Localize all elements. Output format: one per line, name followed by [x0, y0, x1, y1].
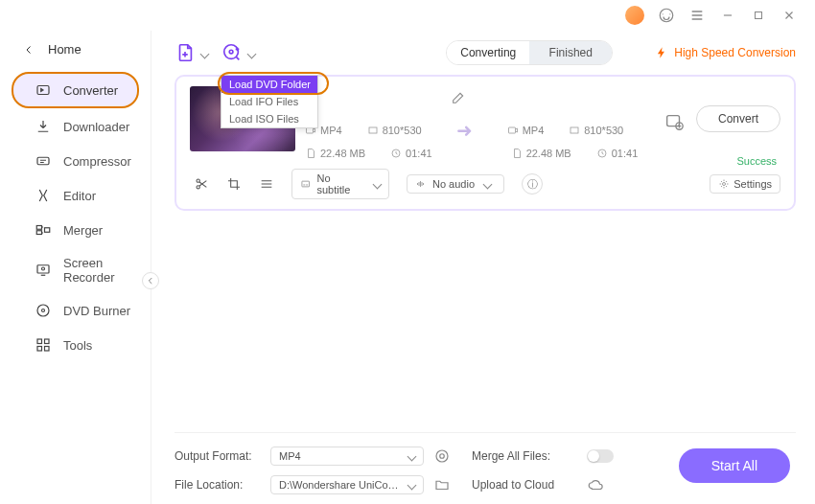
- tab-finished[interactable]: Finished: [529, 41, 612, 64]
- start-all-button[interactable]: Start All: [679, 448, 790, 483]
- file-location-select[interactable]: D:\Wondershare UniConverter 1: [270, 475, 424, 494]
- svg-rect-6: [45, 228, 50, 233]
- format-settings-icon[interactable]: [433, 447, 451, 465]
- disc-icon: [35, 302, 52, 319]
- converter-icon: [35, 81, 52, 99]
- clock-icon: [390, 148, 402, 159]
- sidebar-item-label: Editor: [63, 189, 96, 203]
- tab-converting[interactable]: Converting: [447, 41, 529, 64]
- maximize-icon[interactable]: [750, 7, 767, 24]
- svg-point-26: [197, 186, 199, 189]
- chevron-down-icon: [370, 178, 381, 190]
- merge-label: Merge All Files:: [472, 449, 577, 463]
- svg-rect-5: [36, 231, 41, 235]
- audio-icon: [415, 178, 427, 190]
- editor-icon: [35, 187, 52, 204]
- sidebar-item-converter[interactable]: Converter: [12, 72, 139, 108]
- sidebar-item-label: DVD Burner: [63, 304, 130, 318]
- chevron-down-icon: [480, 178, 491, 190]
- convert-button[interactable]: Convert: [696, 105, 780, 132]
- status-success: Success: [736, 155, 777, 167]
- dst-format: MP4: [523, 125, 545, 136]
- dropdown-load-iso[interactable]: Load ISO Files: [221, 110, 317, 127]
- svg-point-29: [436, 450, 448, 462]
- sidebar-item-merger[interactable]: Merger: [12, 214, 139, 246]
- add-file-button[interactable]: [175, 42, 208, 63]
- svg-point-28: [723, 183, 726, 186]
- svg-rect-3: [37, 157, 49, 165]
- dropdown-load-ifo[interactable]: Load IFO Files: [221, 93, 317, 110]
- output-format-label: Output Format:: [175, 449, 261, 463]
- edit-icon[interactable]: [451, 90, 466, 105]
- svg-point-15: [224, 45, 239, 59]
- info-button[interactable]: ⓘ: [522, 173, 543, 195]
- svg-rect-11: [37, 339, 42, 344]
- support-icon[interactable]: [658, 7, 675, 24]
- upload-label: Upload to Cloud: [472, 478, 577, 492]
- output-format-select[interactable]: MP4: [270, 447, 424, 466]
- add-disc-button[interactable]: [221, 42, 255, 63]
- svg-rect-4: [36, 226, 41, 230]
- sidebar-item-label: Compressor: [63, 154, 131, 169]
- chevron-down-icon: [405, 450, 415, 462]
- clock-icon: [596, 148, 608, 159]
- folder-icon[interactable]: [433, 476, 451, 493]
- chevron-left-icon: [23, 44, 35, 56]
- cloud-icon[interactable]: [587, 476, 604, 493]
- subtitle-icon: [300, 178, 311, 190]
- adjust-icon[interactable]: [259, 176, 274, 192]
- close-icon[interactable]: [780, 7, 798, 24]
- sidebar-item-compressor[interactable]: Compressor: [12, 145, 139, 177]
- svg-point-8: [42, 267, 45, 270]
- video-icon: [507, 125, 519, 136]
- sidebar-item-screen-recorder[interactable]: Screen Recorder: [12, 248, 139, 292]
- arrow-right-icon: ➜: [456, 119, 473, 142]
- lightning-icon: [655, 46, 668, 59]
- svg-point-30: [440, 454, 445, 459]
- gear-icon: [718, 178, 730, 190]
- compressor-icon: [35, 152, 52, 170]
- sidebar-item-tools[interactable]: Tools: [12, 329, 139, 361]
- minimize-icon[interactable]: [719, 7, 736, 24]
- scissors-icon[interactable]: [194, 176, 209, 192]
- merger-icon: [35, 221, 52, 239]
- home-link[interactable]: Home: [0, 36, 151, 62]
- svg-point-16: [229, 50, 233, 54]
- svg-rect-19: [508, 127, 515, 133]
- sidebar-item-label: Tools: [63, 338, 92, 353]
- home-label: Home: [48, 42, 82, 57]
- sidebar-item-editor[interactable]: Editor: [12, 179, 139, 212]
- svg-rect-1: [756, 12, 762, 19]
- crop-icon[interactable]: [226, 176, 242, 192]
- dimensions-icon: [569, 125, 580, 136]
- svg-rect-14: [45, 347, 50, 352]
- sidebar-item-label: Screen Recorder: [63, 256, 139, 285]
- merge-toggle[interactable]: [587, 449, 614, 463]
- avatar[interactable]: [625, 6, 644, 25]
- dst-dur: 01:41: [612, 148, 639, 159]
- dst-res: 810*530: [584, 125, 623, 136]
- src-res: 810*530: [383, 125, 422, 136]
- output-format-value: MP4: [279, 450, 301, 462]
- output-settings-button[interactable]: [662, 109, 687, 134]
- svg-rect-27: [302, 181, 310, 187]
- subtitle-select[interactable]: No subtitle: [291, 169, 389, 199]
- svg-rect-18: [369, 127, 377, 133]
- sidebar-item-dvd-burner[interactable]: DVD Burner: [12, 294, 139, 327]
- src-size: 22.48 MB: [320, 148, 365, 159]
- high-speed-toggle[interactable]: High Speed Conversion: [655, 46, 796, 59]
- subtitle-value: No subtitle: [316, 172, 364, 195]
- menu-icon[interactable]: [688, 7, 706, 24]
- card-settings-button[interactable]: Settings: [710, 174, 780, 194]
- sidebar-item-label: Converter: [63, 83, 118, 98]
- dropdown-load-dvd-folder[interactable]: Load DVD Folder: [221, 76, 317, 93]
- sidebar-item-label: Merger: [63, 223, 103, 238]
- audio-select[interactable]: No audio: [407, 174, 504, 194]
- svg-rect-12: [45, 339, 50, 344]
- svg-point-10: [42, 309, 45, 312]
- svg-rect-23: [667, 116, 680, 126]
- file-plus-icon: [175, 42, 196, 63]
- dst-size: 22.48 MB: [526, 148, 571, 159]
- sidebar-item-downloader[interactable]: Downloader: [12, 110, 139, 143]
- chevron-down-icon: [198, 44, 208, 61]
